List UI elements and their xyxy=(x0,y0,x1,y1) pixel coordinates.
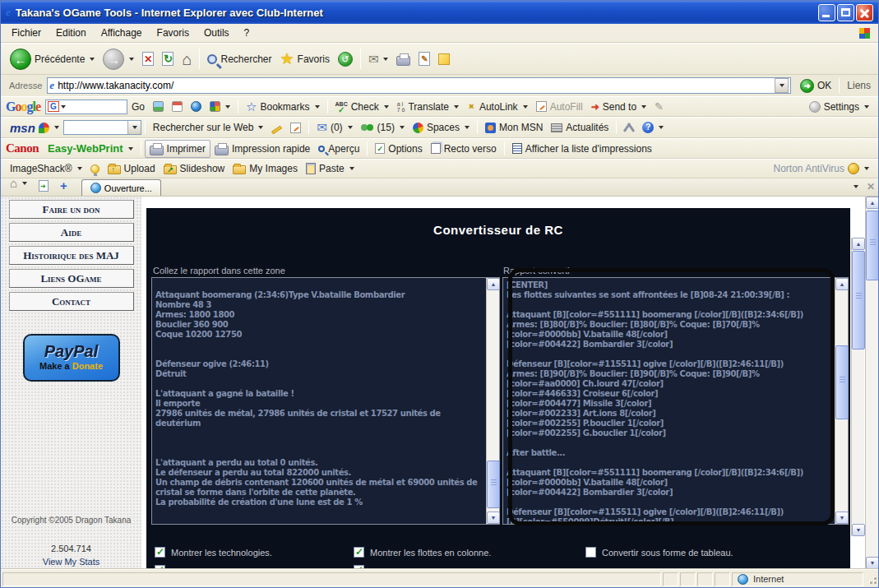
go-button[interactable]: ➜OK xyxy=(796,77,835,95)
menu-affichage[interactable]: Affichage xyxy=(94,25,150,41)
address-dropdown-button[interactable] xyxy=(775,78,789,93)
msn-mail-button[interactable]: ✉(0) xyxy=(312,118,356,137)
tab-home-button[interactable]: ⌂ xyxy=(6,174,31,193)
maximize-button[interactable] xyxy=(837,4,854,21)
checkbox-fleets-columns[interactable]: Montrer les flottes en colonne. xyxy=(354,547,491,558)
scrollbar-thumb[interactable] xyxy=(487,461,500,508)
checkbox-icon[interactable] xyxy=(354,547,364,558)
edit-button[interactable]: ✎ xyxy=(414,50,434,67)
easywebprint-menu[interactable]: Easy-WebPrint xyxy=(39,141,137,156)
google-search-input[interactable]: G xyxy=(45,100,127,114)
mymsn-button[interactable]: Mon MSN xyxy=(481,120,547,135)
report-input-text[interactable]: Attaquant boomerang (2:34:6)Type V.batai… xyxy=(152,278,485,524)
canon-printlist-button[interactable]: Afficher la liste d'impressions xyxy=(508,141,656,156)
sendto-dropdown-icon[interactable] xyxy=(641,105,646,109)
bookmarks-button[interactable]: ☆Bookmarks xyxy=(242,98,323,116)
discuss-button[interactable] xyxy=(434,52,454,67)
favorites-button[interactable]: ★Favoris xyxy=(276,50,334,68)
home-button[interactable]: ⌂ xyxy=(178,49,196,69)
help-dropdown-icon[interactable] xyxy=(659,126,664,129)
websearch-dropdown-icon[interactable] xyxy=(258,126,263,129)
menu-outils[interactable]: Outils xyxy=(197,25,237,41)
canon-print-button[interactable]: Imprimer xyxy=(145,140,210,158)
menu-help[interactable]: ? xyxy=(237,25,257,41)
refresh-button[interactable]: ↻ xyxy=(158,50,178,67)
sidebar-item-aide[interactable]: Aide xyxy=(9,223,134,242)
spellcheck-button[interactable]: ABC✓Check xyxy=(331,100,393,114)
norton-antivirus-button[interactable]: Norton AntiVirus xyxy=(770,161,874,176)
google-earth-button[interactable] xyxy=(187,100,206,113)
scrollbar-thumb[interactable] xyxy=(852,251,865,350)
settings-dropdown-icon[interactable] xyxy=(864,105,869,109)
more-dropdown-icon[interactable] xyxy=(225,105,230,109)
canon-preview-button[interactable]: Aperçu xyxy=(314,141,363,156)
sidebar-item-contact[interactable]: Contact xyxy=(9,292,134,311)
sidebar-item-donate[interactable]: Faire un don xyxy=(9,200,134,219)
close-button[interactable] xyxy=(856,4,873,21)
checkbox-icon[interactable] xyxy=(585,547,596,558)
msn-help-button[interactable]: ? xyxy=(638,120,668,135)
bookmarks-dropdown-icon[interactable] xyxy=(315,105,320,109)
scroll-up-icon[interactable]: ▲ xyxy=(852,238,865,250)
report-output-text[interactable]: [CENTER] Les flottes suivantes se sont a… xyxy=(503,278,834,524)
scroll-down-icon[interactable]: ▼ xyxy=(852,524,865,536)
msn-tools-button[interactable] xyxy=(620,121,638,134)
msn-dropdown-icon[interactable] xyxy=(54,126,59,129)
paypal-donate-button[interactable]: PayPal Make a Donate xyxy=(23,334,120,382)
scroll-up-icon[interactable]: ▲ xyxy=(835,278,849,290)
tab-list-dropdown-icon[interactable] xyxy=(854,185,858,188)
paste-button[interactable]: Paste xyxy=(302,161,359,176)
minimize-button[interactable] xyxy=(818,4,835,21)
messenger-dropdown-icon[interactable] xyxy=(400,126,405,129)
msn-search-input[interactable] xyxy=(63,120,141,135)
tab-open-button[interactable] xyxy=(35,178,53,193)
imageshack-tips-button[interactable] xyxy=(86,163,104,175)
scroll-up-icon[interactable]: ▲ xyxy=(487,278,500,290)
checkbox-convert-table[interactable]: Convertir sous forme de tableau. xyxy=(585,547,733,558)
scroll-up-icon[interactable]: ▲ xyxy=(866,197,879,209)
menu-fichier[interactable]: Fichier xyxy=(4,25,49,41)
back-button[interactable]: ←Précédente xyxy=(6,47,99,72)
window-scrollbar[interactable]: ▲ ▼ xyxy=(865,197,878,569)
easywebprint-dropdown-icon[interactable] xyxy=(128,147,133,150)
msn-highlight-button[interactable] xyxy=(267,122,286,133)
canon-options-button[interactable]: ✓Options xyxy=(371,141,426,156)
frame-scrollbar[interactable]: ▲ ▼ xyxy=(851,238,864,536)
news-button[interactable]: Actualités xyxy=(547,120,613,135)
google-settings-button[interactable]: Settings xyxy=(805,100,873,114)
translate-dropdown-icon[interactable] xyxy=(454,105,459,109)
stop-button[interactable]: ✕ xyxy=(138,50,158,67)
history-button[interactable]: ↺ xyxy=(334,50,357,68)
tab-home-dropdown-icon[interactable] xyxy=(22,182,27,185)
tab-active[interactable]: Ouverture... xyxy=(81,179,161,196)
autolink-dropdown-icon[interactable] xyxy=(523,105,528,109)
checkbox-show-technologies[interactable]: Montrer les technologies. xyxy=(155,547,272,558)
msn-mail-dropdown-icon[interactable] xyxy=(348,126,353,129)
norton-dropdown-icon[interactable] xyxy=(864,167,869,170)
links-button[interactable]: Liens xyxy=(843,78,875,93)
canon-duplex-button[interactable]: Recto verso xyxy=(427,141,501,156)
sendto-button[interactable]: ➜Send to xyxy=(587,100,650,114)
mail-dropdown-icon[interactable] xyxy=(383,58,388,61)
msn-formfill-button[interactable] xyxy=(286,121,305,135)
close-tab-icon[interactable]: ✕ xyxy=(867,181,875,192)
address-url[interactable]: http://www.takanacity.com/ xyxy=(58,80,775,91)
msn-messenger-button[interactable]: (15) xyxy=(357,120,409,135)
view-stats-link[interactable]: View My Stats xyxy=(1,557,141,567)
back-dropdown-icon[interactable] xyxy=(90,58,95,61)
menu-edition[interactable]: Edition xyxy=(49,25,94,41)
report-input-area[interactable]: Attaquant boomerang (2:34:6)Type V.batai… xyxy=(151,277,500,525)
report-output-area[interactable]: [CENTER] Les flottes suivantes se sont a… xyxy=(502,277,849,525)
search-button[interactable]: Rechercher xyxy=(203,52,275,67)
imageshack-dropdown-icon[interactable] xyxy=(77,167,82,170)
google-search-dropdown-icon[interactable] xyxy=(61,105,66,109)
translate-button[interactable]: a i7 öTranslate xyxy=(393,100,463,114)
address-input[interactable]: e http://www.takanacity.com/ xyxy=(47,77,791,94)
paste-dropdown-icon[interactable] xyxy=(349,167,354,170)
msn-spaces-button[interactable]: Spaces xyxy=(409,120,474,135)
sidebar-item-liens[interactable]: Liens OGame xyxy=(9,269,134,288)
spaces-dropdown-icon[interactable] xyxy=(465,126,470,129)
output-scrollbar[interactable]: ▲ ▼ xyxy=(835,278,848,524)
upload-button[interactable]: ↑Upload xyxy=(104,161,160,176)
forward-button[interactable]: → xyxy=(99,47,138,72)
